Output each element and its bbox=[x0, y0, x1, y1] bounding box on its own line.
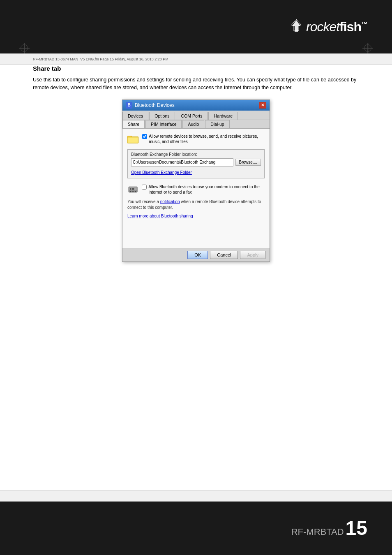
allow-browse-row: Allow remote devices to browse, send, an… bbox=[142, 134, 265, 144]
open-folder-link[interactable]: Open Bluetooth Exchange Folder bbox=[131, 170, 192, 175]
modem-checkbox-label: Allow Bluetooth devices to use your mode… bbox=[148, 184, 265, 195]
folder-location-label: Bluetooth Exchange Folder location: bbox=[131, 152, 261, 157]
path-row: Browse.... bbox=[131, 158, 261, 166]
logo-container: rocketfish™ bbox=[289, 18, 367, 35]
dialog-title-text: Bluetooth Devices bbox=[135, 102, 175, 108]
svg-point-6 bbox=[132, 191, 134, 192]
close-button[interactable]: ✕ bbox=[259, 102, 266, 109]
svg-point-5 bbox=[130, 191, 131, 192]
modem-icon bbox=[127, 183, 138, 196]
modem-allow-row: Allow Bluetooth devices to use your mode… bbox=[142, 184, 265, 195]
tab-options[interactable]: Options bbox=[149, 112, 175, 120]
ok-button[interactable]: OK bbox=[187, 251, 208, 259]
learn-more-prefix: Learn more about bbox=[127, 214, 161, 218]
svg-rect-2 bbox=[128, 137, 138, 143]
bottom-footer: RF-MRBTAD 15 bbox=[0, 502, 392, 555]
dialog-wrapper: B Bluetooth Devices ✕ Devices Options CO… bbox=[33, 99, 359, 262]
allow-browse-checkbox[interactable] bbox=[142, 134, 147, 139]
modem-checkbox[interactable] bbox=[142, 185, 147, 190]
dialog-titlebar: B Bluetooth Devices ✕ bbox=[122, 100, 270, 111]
tab-devices[interactable]: Devices bbox=[122, 112, 148, 120]
reg-mark-top-left bbox=[21, 44, 28, 52]
cancel-button[interactable]: Cancel bbox=[210, 251, 238, 259]
section-body: Use this tab to configure sharing permis… bbox=[33, 76, 359, 92]
dialog-content: Allow remote devices to browse, send, an… bbox=[122, 129, 270, 248]
svg-rect-8 bbox=[130, 188, 131, 190]
dialog-tabs-row1: Devices Options COM Ports Hardware bbox=[122, 111, 270, 120]
modem-row: Allow Bluetooth devices to use your mode… bbox=[127, 183, 265, 196]
reg-mark-top-right bbox=[364, 44, 371, 52]
tab-com-ports[interactable]: COM Ports bbox=[176, 112, 208, 120]
folder-icon bbox=[127, 133, 139, 145]
tab-audio[interactable]: Audio bbox=[182, 120, 204, 128]
bluetooth-icon: B bbox=[126, 102, 132, 109]
notification-link[interactable]: notification bbox=[160, 199, 180, 204]
bluetooth-sharing-link[interactable]: Bluetooth sharing bbox=[161, 214, 193, 218]
bluetooth-dialog: B Bluetooth Devices ✕ Devices Options CO… bbox=[122, 99, 270, 262]
dialog-footer: OK Cancel Apply bbox=[122, 248, 270, 261]
notification-text-before: You will receive a bbox=[127, 199, 160, 204]
tab-hardware[interactable]: Hardware bbox=[208, 112, 238, 120]
main-content: Share tab Use this tab to configure shar… bbox=[33, 65, 359, 489]
page-prefix: RF-MRBTAD bbox=[291, 527, 344, 537]
dialog-tabs-row2: Share PIM Interface Audio Dial-up bbox=[122, 120, 270, 129]
apply-button[interactable]: Apply bbox=[240, 251, 265, 259]
folder-location-group: Bluetooth Exchange Folder location: Brow… bbox=[127, 149, 265, 178]
page-number-container: RF-MRBTAD 15 bbox=[291, 518, 367, 538]
bottom-print-line bbox=[0, 490, 392, 502]
top-header: rocketfish™ bbox=[0, 0, 392, 53]
folder-path-input[interactable] bbox=[131, 158, 233, 166]
brand-logo: rocketfish™ bbox=[306, 19, 367, 35]
share-allow-row: Allow remote devices to browse, send, an… bbox=[127, 133, 265, 145]
print-line: RF-MRBTAD 13-0674 MAN_V5 ENG.fm Page 15 … bbox=[0, 53, 392, 65]
notification-text: You will receive a notification when a r… bbox=[127, 199, 265, 210]
browse-button[interactable]: Browse.... bbox=[235, 159, 261, 166]
page-number: 15 bbox=[346, 518, 367, 538]
allow-browse-label: Allow remote devices to browse, send, an… bbox=[149, 134, 265, 144]
section-title: Share tab bbox=[33, 65, 359, 72]
svg-point-7 bbox=[135, 191, 136, 192]
learn-more-link[interactable]: Learn more about Bluetooth sharing bbox=[127, 214, 265, 218]
tab-pim-interface[interactable]: PIM Interface bbox=[145, 120, 182, 128]
dialog-title-left: B Bluetooth Devices bbox=[126, 102, 175, 109]
logo-arrow-icon bbox=[289, 18, 304, 35]
tab-share[interactable]: Share bbox=[122, 120, 145, 128]
tab-dial-up[interactable]: Dial-up bbox=[205, 120, 229, 128]
svg-rect-9 bbox=[132, 188, 134, 190]
